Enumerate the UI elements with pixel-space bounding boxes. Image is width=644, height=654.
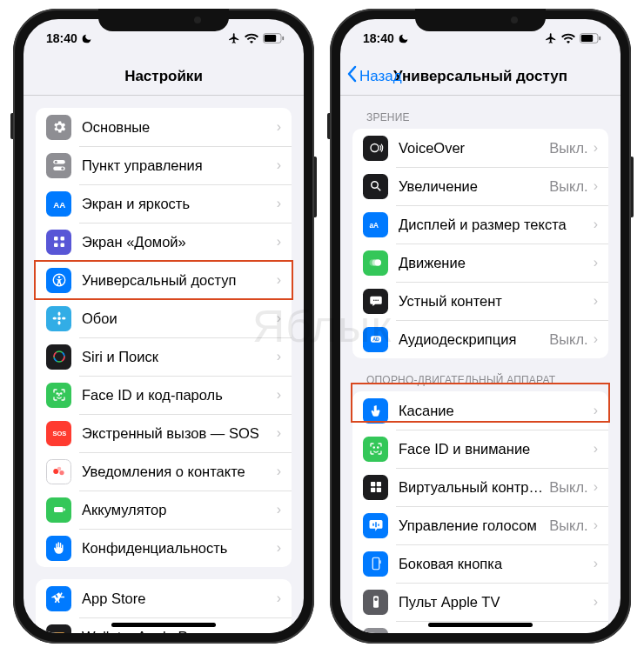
keyboard-icon <box>363 628 388 634</box>
flower-icon <box>46 306 71 331</box>
section-header-vision: ЗРЕНИЕ <box>340 96 621 129</box>
row-label: Экстренный вызов — SOS <box>82 425 277 442</box>
row-label: Увеличение <box>399 178 549 195</box>
chevron-right-icon: › <box>594 217 598 232</box>
settings-list[interactable]: Основные› Пункт управления› AAЭкран и яр… <box>23 96 304 633</box>
row-battery[interactable]: Аккумулятор› <box>36 490 292 529</box>
airplane-icon <box>545 32 557 44</box>
row-value: Выкл. <box>549 479 587 496</box>
row-privacy[interactable]: Конфиденциальность› <box>36 529 292 567</box>
svg-point-44 <box>373 300 375 302</box>
row-control-center[interactable]: Пункт управления› <box>36 146 292 184</box>
svg-point-43 <box>369 259 376 266</box>
row-appstore[interactable]: App Store› <box>36 579 292 617</box>
row-value: Выкл. <box>549 517 587 534</box>
row-touch[interactable]: Касание› <box>352 391 608 430</box>
row-label: Экран и яркость <box>82 196 277 212</box>
row-label: Касание <box>399 403 594 419</box>
row-accessibility[interactable]: Универсальный доступ› <box>36 261 292 299</box>
back-button[interactable]: Назад <box>347 65 402 87</box>
svg-rect-29 <box>64 509 65 511</box>
remote-icon <box>363 590 388 615</box>
chevron-right-icon: › <box>594 293 598 309</box>
notch <box>415 9 546 31</box>
row-faceid[interactable]: Face ID и код-пароль› <box>36 376 292 414</box>
row-display-text[interactable]: aAДисплей и размер текста› <box>352 205 608 244</box>
svg-point-13 <box>57 276 60 278</box>
row-audio-desc[interactable]: ADАудиодескрипцияВыкл.› <box>352 320 608 358</box>
row-display[interactable]: AAЭкран и яркость› <box>36 184 292 223</box>
row-general[interactable]: Основные› <box>36 108 292 146</box>
svg-rect-55 <box>372 524 374 526</box>
svg-point-17 <box>52 317 57 320</box>
row-label: Боковая кнопка <box>399 556 594 572</box>
row-zoom[interactable]: УвеличениеВыкл.› <box>352 167 608 205</box>
row-label: Устный контент <box>399 293 594 310</box>
home-indicator[interactable] <box>111 623 216 627</box>
svg-point-16 <box>57 321 60 325</box>
switch-control-icon <box>363 475 388 500</box>
accessibility-icon <box>46 268 71 293</box>
row-home-screen[interactable]: Экран «Домой»› <box>36 223 292 261</box>
svg-rect-54 <box>376 488 380 492</box>
chevron-right-icon: › <box>277 310 281 326</box>
row-label: Клавиатуры <box>399 632 594 634</box>
row-label: Виртуальный контроллер <box>399 479 549 496</box>
chevron-right-icon: › <box>594 632 598 633</box>
row-wallpaper[interactable]: Обои› <box>36 299 292 337</box>
hand-icon <box>46 536 71 561</box>
svg-rect-10 <box>54 244 58 248</box>
svg-point-22 <box>57 393 57 394</box>
row-exposure[interactable]: Уведомления о контакте› <box>36 452 292 490</box>
row-label: Face ID и внимание <box>399 441 594 457</box>
chevron-right-icon: › <box>277 157 281 173</box>
chevron-right-icon: › <box>277 387 281 403</box>
wallet-icon <box>46 624 71 634</box>
row-label: Дисплей и размер текста <box>399 217 594 233</box>
row-spoken[interactable]: Устный контент› <box>352 282 608 320</box>
row-value: Выкл. <box>549 140 587 157</box>
svg-rect-53 <box>371 488 375 492</box>
row-switch-control[interactable]: Виртуальный контроллерВыкл.› <box>352 468 608 506</box>
row-siri[interactable]: Siri и Поиск› <box>36 337 292 376</box>
chevron-right-icon: › <box>277 234 281 250</box>
svg-point-27 <box>59 470 64 475</box>
row-label: Аккумулятор <box>82 502 277 518</box>
row-value: Выкл. <box>549 331 587 348</box>
exposure-icon <box>46 459 71 484</box>
svg-rect-56 <box>375 522 377 527</box>
row-voiceover[interactable]: VoiceOverВыкл.› <box>352 129 608 167</box>
chevron-right-icon: › <box>594 441 598 457</box>
svg-point-50 <box>377 447 378 448</box>
row-voice-control[interactable]: Управление голосомВыкл.› <box>352 506 608 544</box>
sos-icon: SOS <box>46 421 71 446</box>
svg-point-45 <box>375 300 377 302</box>
row-side-button[interactable]: Боковая кнопка› <box>352 544 608 583</box>
section-header-motor: ОПОРНО-ДВИГАТЕЛЬНЫЙ АППАРАТ <box>340 358 621 391</box>
chevron-right-icon: › <box>277 540 281 556</box>
svg-point-39 <box>371 182 378 189</box>
svg-text:SOS: SOS <box>52 430 66 437</box>
moon-icon <box>398 33 409 44</box>
svg-rect-52 <box>376 482 380 486</box>
text-size-icon: aA <box>363 212 388 237</box>
row-apple-tv-remote[interactable]: Пульт Apple TV› <box>352 583 608 621</box>
text-size-icon: AA <box>46 191 71 217</box>
row-label: App Store <box>82 591 277 607</box>
chevron-right-icon: › <box>277 629 281 633</box>
wifi-icon <box>561 33 575 43</box>
row-face-attention[interactable]: Face ID и внимание› <box>352 430 608 468</box>
row-label: Face ID и код-пароль <box>82 387 277 404</box>
row-sos[interactable]: SOSЭкстренный вызов — SOS› <box>36 414 292 452</box>
battery-icon <box>263 33 285 43</box>
chevron-right-icon: › <box>594 594 598 610</box>
svg-point-46 <box>377 300 379 302</box>
row-motion[interactable]: Движение› <box>352 244 608 282</box>
voice-control-icon <box>363 513 388 538</box>
home-indicator[interactable] <box>428 623 533 627</box>
phone-left: 18:40 Настройки Основные› Пункт управлен… <box>13 9 314 644</box>
battery-row-icon <box>46 497 71 523</box>
accessibility-list[interactable]: ЗРЕНИЕ VoiceOverВыкл.› УвеличениеВыкл.› … <box>340 96 621 633</box>
svg-text:AD: AD <box>372 337 379 342</box>
chevron-right-icon: › <box>277 502 281 517</box>
